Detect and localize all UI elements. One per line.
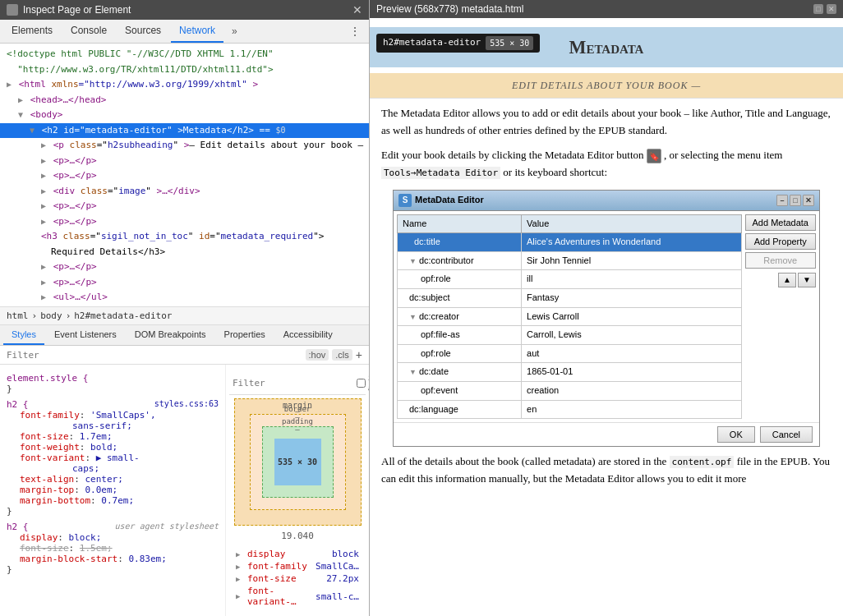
- tree-line[interactable]: ▶ <ul>…</ul>: [0, 290, 369, 306]
- tree-line[interactable]: Required Details</h3>: [0, 245, 369, 260]
- body-para-2: Edit your book details by clicking the M…: [381, 147, 831, 182]
- close-button[interactable]: ✕: [827, 4, 836, 14]
- inspector-title: Inspect Page or Element: [23, 4, 131, 16]
- move-up-button[interactable]: ▲: [778, 273, 796, 287]
- tree-line[interactable]: ▶ <p>…</p>: [0, 275, 369, 291]
- table-row[interactable]: opf:file-as Carroll, Lewis: [398, 326, 742, 345]
- css-prop: margin-block-start: 0.83em;: [7, 554, 219, 564]
- restore-button[interactable]: □: [813, 4, 823, 14]
- more-tabs-button[interactable]: »: [227, 21, 242, 42]
- tree-line[interactable]: ▶ <head>…</head>: [0, 93, 369, 108]
- table-row[interactable]: opf:role ill: [398, 270, 742, 289]
- tree-line[interactable]: "http://www.w3.org/TR/xhtml11/DTD/xhtml1…: [0, 62, 369, 78]
- row-value: Sir John Tenniel: [522, 251, 741, 270]
- table-row[interactable]: ▼dc:contributor Sir John Tenniel: [398, 251, 742, 270]
- tree-line[interactable]: ▼ <body>: [0, 108, 369, 123]
- show-all-text: Show all: [368, 373, 369, 393]
- box-bottom-number: 19.040: [281, 531, 314, 541]
- tree-line-selected[interactable]: ▼ <h2 id="metadata-editor" >Metadata</h2…: [0, 123, 369, 139]
- tab-sources[interactable]: Sources: [117, 20, 169, 43]
- metadata-arrows: ▲ ▼: [745, 273, 817, 287]
- tooltip-box: h2#metadata-editor 535 × 30: [376, 34, 540, 53]
- table-row[interactable]: ▼dc:date 1865-01-01: [398, 363, 742, 382]
- preview-page: Metadata h2#metadata-editor 535 × 30 Edi…: [370, 27, 843, 503]
- dialog-titlebar: S MetaData Editor – □ ✕: [394, 191, 819, 211]
- row-name: dc:language: [398, 400, 522, 419]
- css-prop: caps;: [7, 463, 219, 474]
- computed-prop: ▶ font-variant-… small-c…: [236, 585, 359, 608]
- tree-line[interactable]: ▶ <p>…</p>: [0, 154, 369, 169]
- table-row[interactable]: dc:language en: [398, 400, 742, 419]
- row-value: 1865-01-01: [522, 363, 741, 382]
- col-name-header: Name: [398, 214, 522, 233]
- move-down-button[interactable]: ▼: [798, 273, 816, 287]
- table-row[interactable]: opf:event creation: [398, 381, 742, 400]
- breadcrumb-body[interactable]: body: [40, 310, 62, 321]
- dialog-minimize[interactable]: –: [776, 195, 788, 206]
- breadcrumb: html › body › h2#metadata-editor: [0, 306, 369, 325]
- tab-properties[interactable]: Properties: [216, 325, 274, 345]
- add-property-button[interactable]: Add Property: [745, 233, 817, 250]
- show-all-checkbox[interactable]: [357, 379, 366, 388]
- tab-styles[interactable]: Styles: [3, 325, 44, 345]
- add-metadata-button[interactable]: Add Metadata: [745, 214, 817, 231]
- tree-line[interactable]: <!doctype html PUBLIC "-//W3C//DTD XHTML…: [0, 47, 369, 62]
- css-source-link[interactable]: styles.css:63: [154, 399, 219, 408]
- tab-dom-breakpoints[interactable]: DOM Breakpoints: [127, 325, 214, 345]
- cls-button[interactable]: .cls: [332, 349, 352, 361]
- row-name: ▼dc:creator: [398, 307, 522, 326]
- remove-button[interactable]: Remove: [745, 252, 817, 269]
- margin-box: margin – border – padding – 535 × 30: [234, 398, 362, 526]
- metadata-editor-dialog: S MetaData Editor – □ ✕: [393, 190, 820, 447]
- tab-console[interactable]: Console: [62, 20, 115, 43]
- table-row[interactable]: opf:role aut: [398, 344, 742, 363]
- breadcrumb-h2[interactable]: h2#metadata-editor: [74, 310, 172, 321]
- hov-button[interactable]: :hov: [306, 349, 329, 361]
- tab-event-listeners[interactable]: Event Listeners: [46, 325, 125, 345]
- add-style-button[interactable]: +: [356, 348, 362, 361]
- row-value: Fantasy: [522, 288, 741, 307]
- inspector-top-tabs: Elements Console Sources Network » ⋮: [0, 20, 369, 44]
- computed-filter-input[interactable]: [233, 378, 353, 388]
- row-value: Alice's Adventures in Wonderland: [522, 233, 741, 252]
- dialog-maximize[interactable]: □: [790, 195, 801, 206]
- styles-filter-input[interactable]: [7, 350, 302, 361]
- dialog-close[interactable]: ✕: [803, 195, 814, 206]
- col-value-header: Value: [522, 214, 741, 233]
- metadata-table: Name Value dc:title Alice's Adventures i…: [397, 214, 742, 420]
- tree-line[interactable]: ▶ <p>…</p>: [0, 199, 369, 214]
- tree-line[interactable]: ▶ <html xmlns="http://www.w3.org/1999/xh…: [0, 77, 369, 93]
- css-selector-h2: h2 { styles.css:63: [7, 399, 219, 410]
- box-model-panel: Show all margin – border – padding –: [225, 365, 369, 616]
- ok-button[interactable]: OK: [717, 426, 755, 443]
- table-row[interactable]: dc:subject Fantasy: [398, 288, 742, 307]
- css-ua-source-link[interactable]: user agent stylesheet: [115, 522, 219, 531]
- inspector-menu-button[interactable]: ⋮: [344, 20, 366, 43]
- row-value: creation: [522, 381, 741, 400]
- tree-line[interactable]: <h3 class="sigil_not_in_toc" id="metadat…: [0, 229, 369, 245]
- computed-prop: ▶ display block: [236, 548, 359, 560]
- tree-line[interactable]: ▶ <div class="image" >…</div>: [0, 184, 369, 200]
- bug-icon: [7, 4, 18, 16]
- row-name: opf:event: [398, 381, 522, 400]
- table-row[interactable]: dc:title Alice's Adventures in Wonderlan…: [398, 233, 742, 252]
- tab-elements[interactable]: Elements: [3, 20, 61, 43]
- breadcrumb-html[interactable]: html: [7, 310, 29, 321]
- cancel-button[interactable]: Cancel: [760, 426, 813, 443]
- tree-line[interactable]: ▶ <p>…</p>: [0, 260, 369, 275]
- subheading-text: E: [512, 80, 518, 91]
- tree-line[interactable]: ▶ <p class="h2subheading" >— Edit detail…: [0, 138, 369, 154]
- row-name: ▼dc:contributor: [398, 251, 522, 270]
- content-opf-code: content.opf: [670, 456, 735, 468]
- tab-network[interactable]: Network: [171, 20, 223, 43]
- inspector-close-button[interactable]: ✕: [352, 3, 362, 16]
- show-all-label[interactable]: Show all: [357, 373, 369, 393]
- css-rules: element.style { } h2 { styles.css:63 fon…: [0, 365, 225, 616]
- table-row[interactable]: ▼dc:creator Lewis Carroll: [398, 307, 742, 326]
- tree-line[interactable]: ▶ <p>…</p>: [0, 214, 369, 230]
- tree-line[interactable]: ▶ <p>…</p>: [0, 168, 369, 184]
- tab-accessibility[interactable]: Accessibility: [275, 325, 341, 345]
- preview-window-controls: □ ✕: [813, 4, 836, 14]
- padding-box: padding – 535 × 30: [262, 426, 334, 498]
- styles-panel: :hov .cls + element.style { } h2 { style…: [0, 346, 369, 616]
